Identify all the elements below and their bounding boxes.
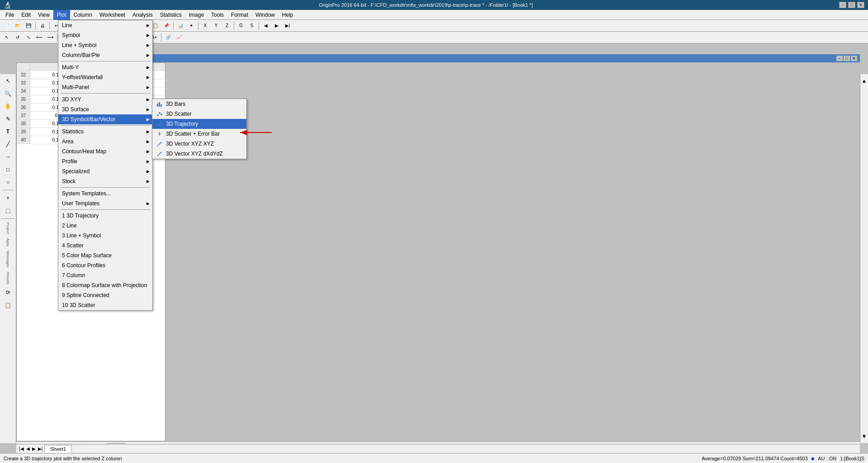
maximize-button[interactable]: □ [848, 2, 855, 8]
tb-open[interactable]: 📂 [13, 21, 23, 31]
tb-print[interactable]: 🖨 [38, 21, 47, 31]
sheet-nav[interactable]: |◀ ◀ ▶ ▶| [18, 446, 43, 451]
plot-menu-3d-xyy[interactable]: 3D XYY [58, 94, 152, 104]
submenu-3d-trajectory[interactable]: 3D Trajectory [152, 119, 246, 129]
tb-new[interactable]: 📄 [2, 21, 12, 31]
menu-analysis[interactable]: Analysis [129, 10, 156, 20]
submenu-3d-scatter[interactable]: 3D Scatter [152, 109, 246, 119]
plot-menu-system-templates[interactable]: System Templates... [58, 189, 152, 198]
left-btn-circle[interactable]: ○ [2, 176, 14, 188]
plot-menu-recent-1[interactable]: 1 3D Trajectory [58, 211, 152, 221]
left-btn-pan[interactable]: ✋ [2, 100, 14, 112]
sheet-tab-1[interactable]: Sheet1 [44, 445, 72, 453]
close-button[interactable]: ✕ [857, 2, 864, 8]
menu-file[interactable]: File [2, 10, 18, 20]
sheet-nav-first[interactable]: |◀ [18, 446, 25, 451]
left-btn-text[interactable]: T [2, 126, 14, 137]
tb-z[interactable]: Z [222, 21, 232, 31]
left-btn-redraw[interactable]: ⟳ [2, 287, 14, 298]
plot-menu-recent-10[interactable]: 10 3D Scatter [58, 300, 152, 310]
plot-menu-recent-8[interactable]: 8 Colormap Surface with Projection [58, 280, 152, 290]
sheet-nav-next[interactable]: ▶ [31, 446, 37, 451]
left-btn-log[interactable]: 📋 [2, 299, 14, 311]
menu-window[interactable]: Window [252, 10, 278, 20]
plot-menu-area[interactable]: Area [58, 137, 152, 146]
plot-menu-waterfall[interactable]: Y-offset/Waterfall [58, 72, 152, 82]
submenu-3d-vector-xyz-dxdydz[interactable]: 3D Vector XYZ dXdYdZ [152, 149, 246, 159]
plot-menu-stock[interactable]: Stock [58, 176, 152, 186]
tb2-chart2[interactable]: 📈 [174, 33, 184, 43]
tb-nav-fwd[interactable]: ▶ [272, 21, 282, 31]
child-win-controls[interactable]: − □ ✕ [836, 56, 857, 61]
child-close-btn[interactable]: ✕ [851, 56, 857, 61]
tb-nav-back[interactable]: ◀ [261, 21, 271, 31]
window-controls[interactable]: − □ ✕ [839, 2, 864, 8]
plot-menu-recent-9[interactable]: 9 Spline Connected [58, 290, 152, 300]
menu-statistics[interactable]: Statistics [156, 10, 185, 20]
tb2-align-l[interactable]: ⟵ [34, 33, 44, 43]
left-btn-arrow[interactable]: ↖ [2, 75, 14, 87]
child-maximize-btn[interactable]: □ [844, 56, 850, 61]
plot-menu-contour-heat[interactable]: Contour/Heat Map [58, 146, 152, 156]
plot-menu-recent-5[interactable]: 5 Color Map Surface [58, 250, 152, 260]
menu-view[interactable]: View [34, 10, 53, 20]
left-btn-draw[interactable]: ✎ [2, 113, 14, 125]
tb2-align-r[interactable]: ⟶ [45, 33, 55, 43]
plot-menu-3d-surface[interactable]: 3D Surface [58, 104, 152, 114]
menu-column[interactable]: Column [70, 10, 96, 20]
tb-s[interactable]: S [247, 21, 257, 31]
submenu-3d-vector-xyz-xyz[interactable]: 3D Vector XYZ XYZ [152, 139, 246, 149]
plot-menu-recent-4[interactable]: 4 Scatter [58, 241, 152, 250]
left-btn-region[interactable]: ⬚ [2, 205, 14, 217]
plot-menu-line[interactable]: Line [58, 20, 152, 30]
plot-menu-recent-6[interactable]: 6 Contour Profiles [58, 260, 152, 270]
plot-menu-line-symbol[interactable]: Line + Symbol [58, 40, 152, 50]
tb2-rotate[interactable]: ↺ [13, 33, 23, 43]
tb-nav-end[interactable]: ▶| [283, 21, 292, 31]
menu-edit[interactable]: Edit [18, 10, 34, 20]
left-btn-zoom[interactable]: 🔍 [2, 88, 14, 99]
right-btn-2[interactable]: ▼ [859, 430, 868, 442]
left-btn-line[interactable]: ╱ [2, 138, 14, 150]
right-btn-1[interactable]: ▲ [859, 75, 868, 87]
menu-image[interactable]: Image [185, 10, 208, 20]
menu-format[interactable]: Format [227, 10, 252, 20]
submenu-3d-bars[interactable]: 3D Bars [152, 99, 246, 109]
plot-menu-symbol[interactable]: Symbol [58, 30, 152, 40]
tb2-link[interactable]: 🔗 [163, 33, 173, 43]
tb2-scale[interactable]: ⤡ [24, 33, 33, 43]
tb2-pointer[interactable]: ↖ [2, 33, 12, 43]
tb-x[interactable]: X [200, 21, 210, 31]
tb-save[interactable]: 💾 [24, 21, 33, 31]
tb-chart[interactable]: 📊 [175, 21, 185, 31]
menu-help[interactable]: Help [278, 10, 297, 20]
plot-menu-user-templates[interactable]: User Templates [58, 198, 152, 208]
left-btn-pick[interactable]: + [2, 192, 14, 204]
3d-scatter-error-icon [156, 130, 163, 137]
sheet-nav-prev[interactable]: ◀ [25, 446, 31, 451]
menu-worksheet[interactable]: Worksheet [96, 10, 129, 20]
tb-paste[interactable]: 📌 [161, 21, 171, 31]
child-minimize-btn[interactable]: − [836, 56, 843, 61]
menu-plot[interactable]: Plot [53, 10, 70, 20]
tb-y[interactable]: Y [211, 21, 221, 31]
plot-menu-specialized[interactable]: Specialized [58, 166, 152, 176]
plot-menu-statistics[interactable]: Statistics [58, 127, 152, 137]
minimize-button[interactable]: − [839, 2, 846, 8]
plot-menu-recent-2[interactable]: 2 Line [58, 221, 152, 231]
plot-menu-recent-3[interactable]: 3 Line + Symbol [58, 231, 152, 241]
plot-menu-column-bar-pie[interactable]: Column/Bar/Pie [58, 50, 152, 60]
tb-scatter[interactable]: ✦ [186, 21, 196, 31]
menu-tools[interactable]: Tools [208, 10, 227, 20]
tb-g[interactable]: G [236, 21, 246, 31]
submenu-3d-scatter-error[interactable]: 3D Scatter + Error Bar [152, 129, 246, 139]
plot-menu-profile[interactable]: Profile [58, 156, 152, 166]
left-btn-rect[interactable]: □ [2, 164, 14, 175]
plot-menu-multi-panel[interactable]: Multi-Panel [58, 82, 152, 92]
plot-menu-recent-7[interactable]: 7 Column [58, 270, 152, 280]
svg-point-3 [157, 114, 159, 116]
sheet-nav-last[interactable]: ▶| [37, 446, 44, 451]
plot-menu-multi-y[interactable]: Multi-Y [58, 62, 152, 72]
left-btn-arrow2[interactable]: → [2, 151, 14, 163]
plot-menu-3d-symbol-bar-vector[interactable]: 3D Symbol/Bar/Vector [58, 114, 152, 124]
